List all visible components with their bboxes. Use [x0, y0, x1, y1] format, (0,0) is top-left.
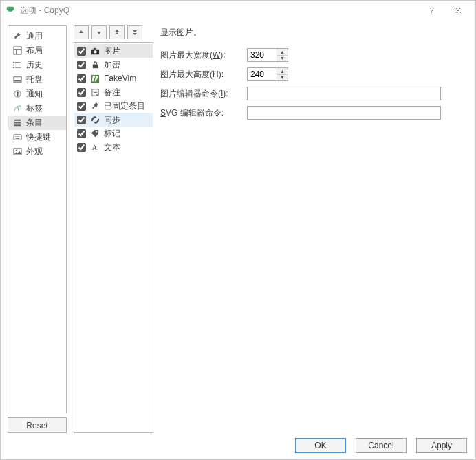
plugin-item-4[interactable]: 已固定条目: [74, 99, 153, 113]
plugin-item-label: 已固定条目: [104, 100, 145, 112]
svg-point-14: [15, 150, 17, 151]
apply-button[interactable]: Apply: [416, 438, 467, 453]
dialog-footer: OK Cancel Apply: [1, 436, 475, 459]
image-editor-label: 图片编辑器命令(I):: [160, 88, 243, 100]
plugin-item-1[interactable]: 加密: [74, 58, 153, 72]
sidebar-item-1[interactable]: 布局: [8, 43, 66, 58]
image-icon: [12, 147, 22, 157]
reset-button[interactable]: Reset: [8, 417, 67, 433]
sidebar-item-7[interactable]: 快捷键: [8, 130, 66, 144]
plugin-checkbox[interactable]: [77, 74, 86, 83]
sidebar-item-4[interactable]: 通知: [8, 87, 66, 101]
reorder-toolbar: [74, 25, 153, 39]
plugin-checkbox[interactable]: [77, 88, 86, 97]
plugin-item-7[interactable]: A文本: [74, 140, 153, 154]
wrench-icon: [12, 32, 22, 41]
help-button[interactable]: ?: [419, 3, 445, 18]
svg-point-4: [13, 62, 14, 63]
sync-icon: [90, 115, 100, 124]
pin-icon: [90, 101, 100, 111]
app-icon: [5, 5, 16, 16]
close-button[interactable]: [445, 3, 471, 18]
sidebar-item-label: 布局: [26, 45, 43, 56]
plugin-checkbox[interactable]: [77, 102, 86, 111]
move-down-button[interactable]: [91, 25, 107, 39]
plugin-item-label: 同步: [104, 114, 120, 126]
svg-rect-1: [13, 47, 21, 54]
sidebar-item-6[interactable]: 条目: [8, 116, 66, 130]
max-height-spinner[interactable]: ▲ ▼: [247, 67, 288, 81]
image-editor-input[interactable]: [247, 87, 441, 100]
plugin-item-2[interactable]: FakeVim: [74, 72, 153, 85]
sidebar-item-label: 快捷键: [26, 131, 51, 143]
move-top-button[interactable]: [109, 25, 125, 39]
list-icon: [12, 61, 22, 70]
svg-rect-12: [13, 135, 21, 140]
max-height-label: 图片最大高度(H):: [160, 69, 243, 80]
tag-icon: [12, 104, 22, 113]
svg-editor-label: SVG 编辑器命令:: [160, 107, 243, 119]
plugin-checkbox[interactable]: [77, 116, 86, 124]
sidebar-item-label: 外观: [26, 146, 43, 157]
plugin-item-0[interactable]: 图片: [74, 44, 153, 58]
svg-editor-input[interactable]: [247, 106, 441, 120]
settings-panel: 显示图片。 图片最大宽度(W): ▲ ▼ 图片最大高度(H): ▲: [160, 25, 468, 433]
sidebar-item-8[interactable]: 外观: [8, 144, 66, 159]
sidebar-item-2[interactable]: 历史: [8, 58, 66, 72]
sidebar-item-label: 托盘: [26, 74, 43, 85]
svg-point-17: [94, 50, 96, 53]
sidebar-item-0[interactable]: 通用: [8, 29, 66, 43]
plugin-checkbox[interactable]: [77, 61, 86, 69]
max-width-label: 图片最大宽度(W):: [160, 50, 243, 61]
plugin-checkbox[interactable]: [77, 143, 86, 152]
plugin-checkbox[interactable]: [77, 47, 86, 56]
svg-point-6: [13, 67, 14, 68]
spin-up-icon[interactable]: ▲: [277, 68, 288, 74]
panel-heading: 显示图片。: [160, 27, 468, 39]
plugin-item-label: 图片: [104, 45, 120, 57]
window-title: 选项 - CopyQ: [20, 5, 419, 17]
svg-rect-11: [17, 94, 18, 97]
plugin-item-label: 备注: [104, 87, 120, 98]
hamburger-icon: [12, 118, 22, 128]
max-height-input[interactable]: [248, 68, 277, 80]
plugin-item-6[interactable]: 标记: [74, 127, 153, 140]
vim-icon: [90, 74, 100, 83]
titlebar: 选项 - CopyQ ?: [1, 1, 475, 20]
lock-icon: [90, 60, 100, 69]
spin-down-icon[interactable]: ▼: [277, 55, 288, 62]
spin-up-icon[interactable]: ▲: [277, 49, 288, 55]
sidebar-item-5[interactable]: 标签: [8, 101, 66, 116]
plugin-item-3[interactable]: 备注: [74, 85, 153, 99]
svg-rect-16: [93, 47, 96, 49]
svg-rect-18: [92, 64, 97, 68]
plugin-item-label: FakeVim: [104, 74, 136, 83]
max-width-input[interactable]: [248, 49, 277, 61]
plugin-item-label: 加密: [104, 59, 120, 71]
sidebar-item-label: 标签: [26, 102, 43, 114]
svg-point-5: [13, 65, 14, 66]
plugin-item-label: 文本: [104, 142, 120, 153]
category-sidebar: 通用布局历史托盘通知标签条目快捷键外观: [8, 25, 67, 413]
sidebar-item-3[interactable]: 托盘: [8, 72, 66, 87]
move-bottom-button[interactable]: [127, 25, 142, 39]
move-up-button[interactable]: [74, 25, 89, 39]
max-width-spinner[interactable]: ▲ ▼: [247, 48, 288, 62]
bell-icon: [12, 89, 22, 99]
cancel-button[interactable]: Cancel: [356, 438, 407, 453]
sidebar-item-label: 通用: [26, 30, 43, 42]
pricetag-icon: [90, 129, 100, 138]
plugin-checkbox[interactable]: [77, 129, 86, 138]
spin-down-icon[interactable]: ▼: [277, 74, 288, 81]
svg-text:A: A: [91, 144, 97, 151]
sidebar-item-label: 通知: [26, 88, 43, 100]
plugin-item-5[interactable]: 同步: [74, 113, 153, 127]
plugin-item-label: 标记: [104, 128, 120, 140]
keyboard-icon: [12, 133, 22, 142]
sidebar-item-label: 历史: [26, 59, 43, 71]
svg-point-21: [96, 131, 97, 132]
tray-icon: [12, 75, 22, 85]
svg-rect-8: [14, 80, 20, 81]
ok-button[interactable]: OK: [295, 438, 346, 453]
layout-icon: [12, 46, 22, 56]
